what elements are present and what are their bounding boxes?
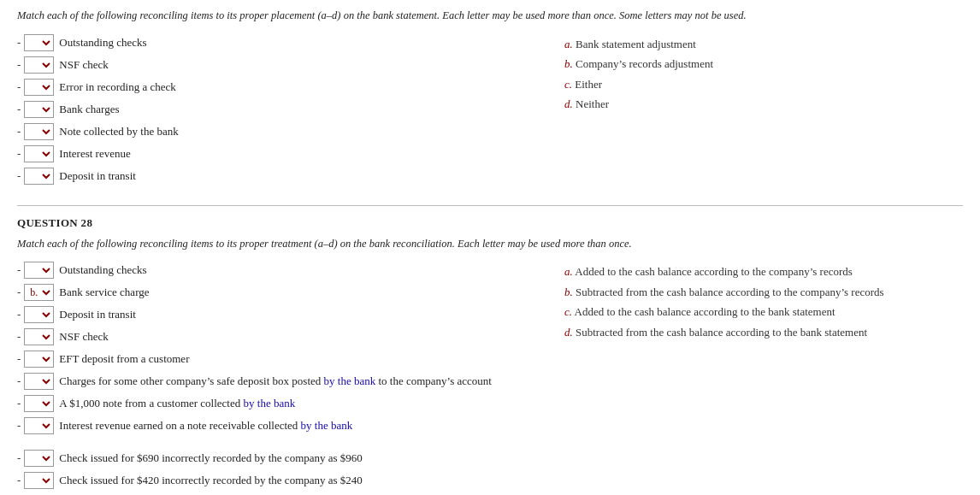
item-label: Check issued for $690 incorrectly record… (59, 450, 363, 467)
dash: - (17, 145, 21, 162)
match-item: - a. b. c. d. NSF check (17, 56, 547, 74)
answer-select[interactable]: a. b. c. d. (24, 284, 54, 301)
match-item: - a. b. c. d. A $1,000 note from a custo… (17, 395, 547, 412)
answer-select[interactable]: a. b. c. d. (24, 351, 54, 368)
dash: - (17, 373, 21, 390)
q27-instruction: Match each of the following reconciling … (17, 9, 963, 24)
answer-select[interactable]: a. b. c. d. (24, 450, 54, 467)
answer-select[interactable]: a. b. c. d. (24, 34, 54, 51)
match-item: - a. b. c. d. Interest revenue earned on… (17, 417, 547, 434)
match-item: - a. b. c. d. Outstanding checks (17, 262, 547, 279)
answer-select[interactable]: a. b. c. d. (24, 417, 54, 434)
option-letter: d. (564, 326, 573, 339)
answer-select[interactable]: a. b. c. d. (24, 395, 54, 412)
q28-options-col: a. Added to the cash balance according t… (564, 262, 963, 494)
option-text: Added to the cash balance according to t… (575, 305, 835, 318)
dash: - (17, 351, 21, 368)
highlight-text: by the bank (324, 374, 376, 387)
item-label: A $1,000 note from a customer collected … (59, 395, 295, 412)
dash: - (17, 123, 21, 140)
item-label: Outstanding checks (59, 34, 146, 51)
match-item: - a. b. c. d. Bank charges (17, 101, 547, 118)
q28-instruction: Match each of the following reconciling … (17, 237, 963, 252)
answer-select[interactable]: a. b. c. d. (24, 306, 54, 323)
item-label: Outstanding checks (59, 262, 146, 279)
match-item: - a. b. c. d. Charges for some other com… (17, 373, 547, 390)
dash: - (17, 306, 21, 323)
option-letter: c. (564, 305, 572, 318)
match-item: - a. b. c. d. EFT deposit from a custome… (17, 351, 547, 368)
option-item: b. Company’s records adjustment (564, 56, 963, 73)
item-label: Bank charges (59, 101, 119, 118)
match-item: - a. b. c. d. Deposit in transit (17, 306, 547, 323)
option-text: Neither (576, 97, 609, 110)
option-letter: a. (564, 38, 573, 50)
option-item: a. Added to the cash balance according t… (564, 263, 963, 280)
answer-select[interactable]: a. b. c. d. (24, 328, 54, 345)
dash: - (17, 34, 21, 51)
question28-section: QUESTION 28 Match each of the following … (17, 216, 963, 495)
highlight-text: by the bank (301, 419, 353, 432)
item-label: EFT deposit from a customer (59, 351, 189, 368)
match-item: - a. b. c. d. Check issued for $420 inco… (17, 472, 547, 489)
answer-select[interactable]: a. b. c. d. (24, 168, 54, 185)
item-label: NSF check (59, 328, 108, 345)
option-text: Subtracted from the cash balance accordi… (576, 286, 884, 298)
q28-items-col: - a. b. c. d. Outstanding checks - a. b.… (17, 262, 547, 494)
match-item: - a. b. c. d. Note collected by the bank (17, 123, 547, 140)
match-item: - a. b. c. d. Outstanding checks (17, 34, 547, 51)
match-item: - a. b. c. d. Deposit in transit (17, 168, 547, 185)
q27-items-col: - a. b. c. d. Outstanding checks - a. b.… (17, 34, 547, 190)
item-label: Charges for some other company’s safe de… (59, 373, 492, 390)
answer-select[interactable]: a. b. c. d. (24, 56, 54, 74)
item-label: Error in recording a check (59, 79, 175, 96)
answer-select[interactable]: a. b. c. d. (24, 79, 54, 96)
match-item: - a. b. c. d. Bank service charge (17, 284, 547, 301)
option-letter: c. (564, 78, 572, 91)
item-label: Interest revenue earned on a note receiv… (59, 417, 352, 434)
answer-select[interactable]: a. b. c. d. (24, 373, 54, 390)
match-item: - a. b. c. d. Error in recording a check (17, 79, 547, 96)
option-text: Added to the cash balance according to t… (575, 265, 853, 278)
dash: - (17, 284, 21, 301)
highlight-text: by the bank (244, 397, 296, 410)
dash: - (17, 262, 21, 279)
option-letter: a. (564, 265, 573, 278)
option-letter: b. (564, 57, 573, 70)
answer-select[interactable]: a. b. c. d. (24, 472, 54, 489)
option-item: d. Subtracted from the cash balance acco… (564, 324, 963, 341)
dash: - (17, 472, 21, 489)
option-item: b. Subtracted from the cash balance acco… (564, 284, 963, 301)
item-label: Check issued for $420 incorrectly record… (59, 472, 363, 489)
q27-options-col: a. Bank statement adjustmentb. Company’s… (564, 34, 963, 190)
dash: - (17, 417, 21, 434)
item-label: Note collected by the bank (59, 123, 178, 140)
match-item: - a. b. c. d. Check issued for $690 inco… (17, 450, 547, 467)
answer-select[interactable]: a. b. c. d. (24, 101, 54, 118)
item-label: Interest revenue (59, 145, 130, 162)
answer-select[interactable]: a. b. c. d. (24, 145, 54, 162)
option-letter: b. (564, 286, 573, 298)
option-item: c. Either (564, 76, 963, 93)
option-text: Bank statement adjustment (576, 38, 696, 50)
dash: - (17, 328, 21, 345)
option-item: a. Bank statement adjustment (564, 36, 963, 53)
item-label: NSF check (59, 56, 108, 74)
dash: - (17, 168, 21, 185)
q28-label: QUESTION 28 (17, 216, 963, 230)
dash: - (17, 101, 21, 118)
option-text: Either (575, 78, 602, 91)
match-item: - a. b. c. d. NSF check (17, 328, 547, 345)
dash: - (17, 56, 21, 74)
answer-select[interactable]: a. b. c. d. (24, 262, 54, 279)
item-label: Deposit in transit (59, 168, 136, 185)
section-divider (17, 205, 963, 206)
option-item: c. Added to the cash balance according t… (564, 303, 963, 321)
question27-section: Match each of the following reconciling … (17, 9, 963, 190)
dash: - (17, 450, 21, 467)
dash: - (17, 395, 21, 412)
option-letter: d. (564, 97, 573, 110)
option-text: Subtracted from the cash balance accordi… (576, 326, 867, 339)
match-item: - a. b. c. d. Interest revenue (17, 145, 547, 162)
answer-select[interactable]: a. b. c. d. (24, 123, 54, 140)
